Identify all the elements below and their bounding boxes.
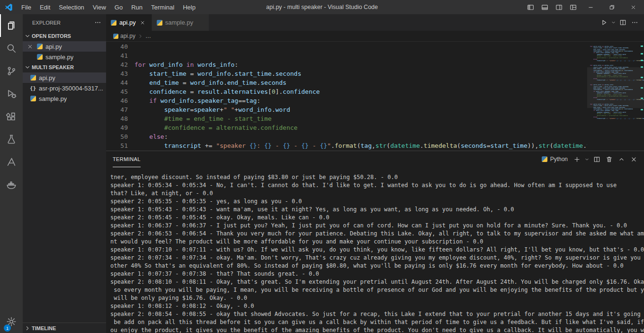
line-number[interactable]: 40 [106, 42, 128, 51]
terminal-profile-dropdown-icon[interactable] [583, 153, 590, 165]
breadcrumb-item-symbol[interactable]: … [145, 33, 151, 39]
line-number[interactable]: 42 [106, 60, 128, 69]
terminal-line: speaker 1: 0:05:43 - 0:05:43 - want ma'a… [110, 206, 642, 214]
code-line-51[interactable]: 51 transcript += "speaker {}: {} - {} - … [106, 141, 587, 150]
menu-help[interactable]: Help [179, 0, 200, 14]
activity-explorer[interactable] [0, 14, 23, 37]
code-line-49[interactable]: 49 #confidence = alternative.confidence [106, 123, 587, 132]
terminal-panel: TERMINAL Python tner, employ [106, 151, 644, 333]
minimize-button[interactable] [580, 0, 601, 14]
line-content: speaker=speaker+" "+word_info.word [128, 105, 290, 114]
python-icon [29, 96, 36, 101]
tab-sample.py[interactable]: sample.py [152, 14, 209, 31]
restore-button[interactable] [601, 0, 623, 14]
code-line-41[interactable]: 41 [106, 51, 587, 60]
new-terminal-button[interactable] [571, 153, 582, 165]
titlebar-actions [523, 0, 644, 14]
activity-run-and-debug[interactable] [0, 82, 23, 105]
minimap[interactable]: for word_info in words_info: start_time … [587, 42, 644, 151]
file-item-asr-proj-350004-5317...[interactable]: {}asr-proj-350004-5317... [23, 83, 106, 93]
code-line-44[interactable]: 44 end_time = word_info.end_time.seconds [106, 78, 587, 87]
line-number[interactable]: 51 [106, 141, 128, 150]
code-line-43[interactable]: 43 start_time = word_info.start_time.sec… [106, 69, 587, 78]
line-number[interactable]: 41 [106, 51, 128, 60]
tab-label: api.py [119, 19, 136, 26]
open-editors-header[interactable]: OPEN EDITORS [23, 31, 106, 41]
split-terminal-button[interactable] [591, 153, 602, 165]
menu-run[interactable]: Run [127, 0, 147, 14]
breadcrumb: api.py … [106, 31, 644, 41]
kill-terminal-button[interactable] [603, 153, 615, 165]
file-item-api.py[interactable]: api.py [23, 41, 106, 52]
menu-selection[interactable]: Selection [54, 0, 88, 14]
activity-search[interactable] [0, 37, 23, 60]
line-number[interactable]: 47 [106, 105, 128, 114]
activity-azure[interactable] [0, 151, 23, 173]
tab-api.py[interactable]: api.py [106, 14, 152, 31]
file-item-api.py[interactable]: api.py [23, 72, 106, 83]
activity-source-control[interactable] [0, 60, 23, 82]
terminal-line: nt would you feel? The product will be m… [110, 238, 642, 246]
timeline-header[interactable]: TIMELINE [23, 323, 106, 333]
line-number[interactable]: 44 [106, 78, 128, 87]
extensions-icon [6, 111, 17, 122]
vscode-logo-icon [0, 3, 17, 11]
close-editor-icon[interactable] [26, 44, 34, 50]
overview-ruler-mark [641, 87, 643, 89]
tab-label: sample.py [165, 19, 193, 26]
line-number[interactable]: 46 [106, 96, 128, 105]
search-icon [6, 43, 17, 54]
activity-docker[interactable] [0, 173, 23, 196]
code-line-42[interactable]: 42for word_info in words_info: [106, 60, 587, 69]
breadcrumb-item-file[interactable]: api.py [120, 33, 135, 39]
file-item-sample.py[interactable]: sample.py [23, 52, 106, 62]
activity-settings[interactable]: 1 [0, 310, 23, 333]
line-number[interactable]: 43 [106, 69, 128, 78]
menu-edit[interactable]: Edit [36, 0, 54, 14]
files-icon [6, 20, 17, 31]
close-panel-button[interactable] [628, 153, 639, 165]
file-item-sample.py[interactable]: sample.py [23, 93, 106, 104]
code-lines[interactable]: 404142for word_info in words_info:43 sta… [106, 42, 587, 151]
toggle-sidebar-icon[interactable] [523, 0, 537, 14]
terminal-line: speaker 2: 0:08:10 - 0:08:11 - Okay, tha… [110, 278, 642, 286]
toggle-panel-icon[interactable] [537, 0, 552, 14]
code-line-45[interactable]: 45 confidence = result.alternatives[0].c… [106, 87, 587, 96]
terminal-shell-selector[interactable]: Python [539, 156, 570, 162]
overview-ruler-mark [641, 66, 643, 68]
folder-header[interactable]: MULTI SPEAKER [23, 62, 106, 72]
close-tab-icon[interactable] [139, 18, 147, 27]
code-line-48[interactable]: 48 #time = end_time - start_time [106, 114, 587, 123]
line-number[interactable]: 49 [106, 123, 128, 132]
code-line-50[interactable]: 50 else: [106, 132, 587, 141]
toggle-secondary-sidebar-icon[interactable] [552, 0, 566, 14]
line-number[interactable]: 50 [106, 132, 128, 141]
customize-layout-icon[interactable] [566, 0, 580, 14]
minimap-slider[interactable] [587, 67, 644, 108]
terminal-output[interactable]: tner, employee discount. So instead of p… [106, 167, 644, 333]
tab-bar: api.pysample.py [106, 14, 644, 31]
run-python-file-button[interactable] [598, 17, 609, 28]
python-icon [542, 156, 547, 162]
terminal-tab[interactable]: TERMINAL [113, 151, 141, 167]
code-editor[interactable]: 404142for word_info in words_info:43 sta… [106, 41, 644, 151]
activity-extensions[interactable] [0, 105, 23, 128]
editor-more-actions-button[interactable] [629, 17, 640, 28]
maximize-panel-button[interactable] [616, 153, 627, 165]
explorer-more-actions-icon[interactable] [94, 19, 101, 26]
menu-go[interactable]: Go [110, 0, 127, 14]
menu-view[interactable]: View [89, 0, 110, 14]
menu-file[interactable]: File [17, 0, 36, 14]
code-line-47[interactable]: 47 speaker=speaker+" "+word_info.word [106, 105, 587, 114]
terminal-line: speaker 1: 0:07:37 - 0:07:38 - that? Tha… [110, 270, 642, 278]
code-line-46[interactable]: 46 if word_info.speaker_tag==tag: [106, 96, 587, 105]
split-editor-button[interactable] [617, 17, 628, 28]
close-window-button[interactable] [623, 0, 644, 14]
menu-terminal[interactable]: Terminal [147, 0, 179, 14]
line-number[interactable]: 45 [106, 87, 128, 96]
run-dropdown-icon[interactable] [610, 17, 617, 28]
line-number[interactable]: 48 [106, 114, 128, 123]
code-line-40[interactable]: 40 [106, 42, 587, 51]
line-content: #time = end_time - start_time [128, 114, 272, 123]
activity-testing[interactable] [0, 128, 23, 151]
